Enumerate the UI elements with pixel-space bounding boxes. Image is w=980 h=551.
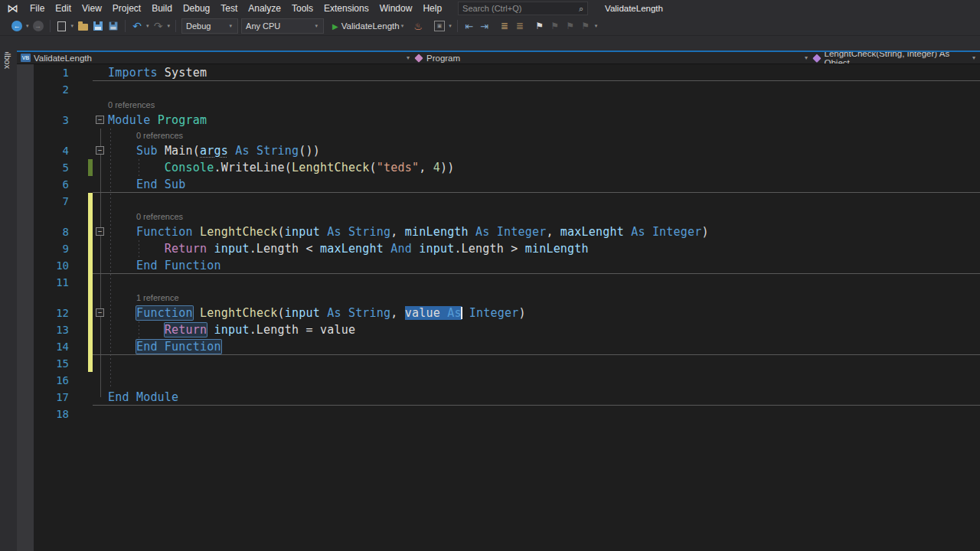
new-file-button[interactable] [55, 18, 69, 34]
save-button[interactable] [91, 18, 105, 34]
toggle-bookmark-button[interactable]: ⚑ [533, 18, 547, 34]
line-number: 17 [34, 389, 74, 406]
menu-analyze[interactable]: Analyze [243, 0, 286, 17]
navigate-backward-button[interactable]: ← [10, 18, 24, 34]
line-number: 12 [34, 305, 74, 321]
hot-reload-icon: ♨ [413, 21, 423, 32]
code-line-1[interactable]: 1Imports System [17, 64, 980, 81]
code-text: Function LenghtCheck(input As String, mi… [108, 223, 709, 240]
code-line-11[interactable]: 11 [17, 274, 980, 291]
menu-help[interactable]: Help [417, 0, 447, 17]
open-file-button[interactable] [76, 18, 90, 34]
menu-build[interactable]: Build [146, 0, 178, 17]
line-number: 2 [34, 81, 74, 98]
fold-collapse-icon[interactable]: − [96, 146, 104, 155]
undo-icon: ↶ [132, 21, 142, 31]
toolbar-overflow-button[interactable]: ▾ [595, 23, 598, 29]
redo-icon: ↷ [154, 21, 163, 31]
save-all-icon [109, 22, 118, 31]
previous-bookmark-button[interactable]: ⚑ [548, 18, 562, 34]
codelens-references[interactable]: 1 reference [136, 291, 179, 305]
code-line-2[interactable]: 2 [17, 81, 980, 98]
code-line-7[interactable]: 7 [17, 193, 980, 210]
module-icon [414, 54, 423, 62]
change-bar [88, 338, 93, 355]
preview-changes-caret[interactable]: ▾ [449, 23, 452, 29]
code-line-16[interactable]: 16 [17, 372, 980, 389]
new-file-caret[interactable]: ▾ [71, 23, 74, 29]
quick-search-input[interactable]: Search (Ctrl+Q) ⌕ [458, 2, 588, 15]
menu-tools[interactable]: Tools [286, 0, 318, 17]
next-bookmark-button[interactable]: ⚑ [564, 18, 577, 34]
line-number: 15 [34, 355, 74, 372]
member-caret-icon: ▾ [968, 54, 980, 61]
search-placeholder: Search (Ctrl+Q) [462, 4, 521, 13]
code-line-15[interactable]: 15 [17, 355, 980, 372]
member-dropdown[interactable]: LenghtCheck(String, Integer) As Object ▾ [812, 52, 980, 64]
indent-guide [139, 159, 139, 176]
code-line-13[interactable]: 13 Return input.Length = value [17, 321, 980, 338]
menu-view[interactable]: View [77, 0, 107, 17]
hot-reload-button[interactable]: ♨ [411, 18, 425, 34]
code-line-12[interactable]: 12− Function LenghtCheck(input As String… [17, 305, 980, 321]
solution-configuration-dropdown[interactable]: Debug ▾ [181, 18, 238, 34]
menu-project[interactable]: Project [107, 0, 146, 17]
fold-collapse-icon[interactable]: − [96, 116, 104, 124]
codelens-row: 0 references [17, 129, 980, 142]
bookmark-icon: ⚑ [535, 21, 544, 31]
indent-icon: ⇥ [480, 21, 488, 32]
code-line-4[interactable]: 4− Sub Main(args As String()) [17, 142, 980, 159]
clear-bookmarks-button[interactable]: ⚑ [579, 18, 593, 34]
code-line-6[interactable]: 6 End Sub [17, 176, 980, 193]
menu-window[interactable]: Window [374, 0, 418, 17]
code-line-3[interactable]: 3−Module Program [17, 112, 980, 129]
code-line-9[interactable]: 9 Return input.Length < maxLenght And in… [17, 240, 980, 257]
navigate-forward-button[interactable]: → [31, 18, 45, 34]
codelens-references[interactable]: 0 references [136, 210, 183, 223]
line-number: 3 [34, 112, 74, 129]
code-line-8[interactable]: 8− Function LenghtCheck(input As String,… [17, 223, 980, 240]
code-text: Return input.Length < maxLenght And inpu… [108, 240, 589, 257]
save-all-button[interactable] [106, 18, 120, 34]
document-tab-strip [0, 35, 980, 52]
uncomment-button[interactable]: ≣ [513, 18, 527, 34]
decrease-indent-button[interactable]: ⇤ [462, 18, 476, 34]
code-line-14[interactable]: 14 End Function [17, 338, 980, 355]
code-line-17[interactable]: 17End Module [17, 389, 980, 406]
code-line-18[interactable]: 18 [17, 406, 980, 422]
fold-collapse-icon[interactable]: − [96, 308, 104, 317]
procedure-separator [93, 354, 980, 355]
type-dropdown[interactable]: Program ▾ [414, 52, 812, 64]
project-dropdown[interactable]: VB ValidateLength ▾ [17, 52, 414, 64]
increase-indent-button[interactable]: ⇥ [478, 18, 492, 34]
navigate-backward-caret[interactable]: ▾ [26, 23, 29, 29]
preview-changes-button[interactable]: ▣ [433, 18, 446, 34]
code-line-5[interactable]: 5 Console.WriteLine(LenghtCheck("teds", … [17, 159, 980, 176]
menu-test[interactable]: Test [215, 0, 243, 17]
line-number: 16 [34, 372, 74, 389]
indent-guide [100, 129, 101, 397]
solution-platform-dropdown[interactable]: Any CPU ▾ [241, 18, 324, 34]
menu-debug[interactable]: Debug [178, 0, 215, 17]
comment-button[interactable]: ≣ [498, 18, 511, 34]
menu-file[interactable]: File [24, 0, 50, 17]
menu-edit[interactable]: Edit [50, 0, 77, 17]
code-editor[interactable]: 1Imports System20 references3−Module Pro… [17, 64, 980, 551]
code-text: End Sub [108, 176, 186, 193]
menu-extensions[interactable]: Extensions [318, 0, 374, 17]
indent-guide [139, 240, 139, 257]
redo-button[interactable]: ↷ [152, 18, 165, 34]
codelens-references[interactable]: 0 references [136, 129, 183, 142]
toolbar-separator [175, 20, 176, 32]
codelens-references[interactable]: 0 references [108, 98, 155, 112]
code-line-10[interactable]: 10 End Function [17, 257, 980, 274]
fold-collapse-icon[interactable]: − [96, 227, 104, 236]
bookmark-prev-icon: ⚑ [550, 21, 559, 31]
redo-caret[interactable]: ▾ [168, 23, 171, 29]
start-debugging-button[interactable]: ▶ ValidateLength ▾ [332, 18, 405, 34]
procedure-separator [93, 192, 980, 193]
type-caret-icon: ▾ [800, 54, 812, 61]
undo-button[interactable]: ↶ [130, 18, 144, 34]
code-text: Sub Main(args As String()) [108, 142, 320, 159]
undo-caret[interactable]: ▾ [146, 23, 149, 29]
